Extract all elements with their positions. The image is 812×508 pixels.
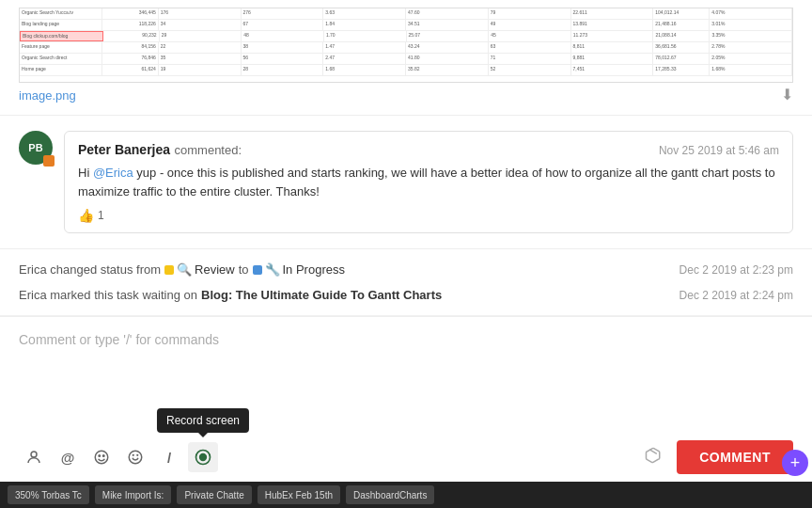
slash-icon[interactable]: / xyxy=(154,442,184,472)
svg-point-0 xyxy=(31,452,37,457)
smiley-icon[interactable] xyxy=(120,442,150,472)
comment-input-area[interactable]: Comment or type '/' for commands @ xyxy=(0,316,812,482)
svg-point-1 xyxy=(95,451,108,464)
comment-button[interactable]: COMMENT xyxy=(677,440,793,474)
record-tooltip: Record screen xyxy=(157,408,249,433)
activity-timestamp-1: Dec 2 2019 at 2:23 pm xyxy=(679,263,793,277)
main-container: Organic Search Yucca.tv 346,445 176276 3… xyxy=(0,0,812,508)
like-count: 1 xyxy=(98,209,104,222)
comment-text: Hi @Erica yup - once this is published a… xyxy=(78,164,779,200)
avatar: PB xyxy=(19,131,53,165)
image-section: Organic Search Yucca.tv 346,445 176276 3… xyxy=(0,0,812,116)
task-link[interactable]: Blog: The Ultimate Guide To Gantt Charts xyxy=(201,288,442,302)
status-blue-dot xyxy=(253,265,262,275)
attachment-icon[interactable] xyxy=(645,447,662,468)
comment-toolbar: @ / xyxy=(19,435,793,474)
review-badge: 🔍 Review xyxy=(164,262,235,277)
taskbar: 350% Torbas Tc Mike Import Is: Private C… xyxy=(0,482,812,508)
comment-section: PB Peter Banerjea commented: Nov 25 2019… xyxy=(0,116,812,249)
record-screen-icon[interactable]: Record screen xyxy=(188,442,218,472)
mention: @Erica xyxy=(93,166,133,180)
svg-point-2 xyxy=(99,455,101,457)
image-filename[interactable]: image.png xyxy=(19,88,76,103)
comment-bubble: Peter Banerjea commented: Nov 25 2019 at… xyxy=(64,131,793,233)
activity-item-2: Erica marked this task waiting on Blog: … xyxy=(19,282,793,308)
emoji-icon[interactable] xyxy=(86,442,117,472)
in-progress-badge: 🔧 In Progress xyxy=(253,262,345,277)
activity-timestamp-2: Dec 2 2019 at 2:24 pm xyxy=(679,289,793,302)
comment-timestamp: Nov 25 2019 at 5:46 am xyxy=(659,144,779,157)
fab-button[interactable]: + xyxy=(782,450,808,476)
comment-placeholder[interactable]: Comment or type '/' for commands xyxy=(19,326,793,355)
taskbar-item-1[interactable]: 350% Torbas Tc xyxy=(8,485,89,504)
activity-left-2: Erica marked this task waiting on Blog: … xyxy=(19,288,442,302)
taskbar-item-5[interactable]: DashboardCharts xyxy=(346,485,434,504)
at-icon[interactable]: @ xyxy=(53,442,83,472)
activity-left: Erica changed status from 🔍 Review to 🔧 … xyxy=(19,262,345,277)
download-icon[interactable]: ⬇ xyxy=(781,86,793,103)
comment-author: Peter Banerjea xyxy=(78,142,170,157)
comment-action: commented: xyxy=(175,143,242,157)
taskbar-item-4[interactable]: HubEx Feb 15th xyxy=(258,485,340,504)
activity-item: Erica changed status from 🔍 Review to 🔧 … xyxy=(19,257,793,282)
like-section: 👍 1 xyxy=(78,208,779,223)
svg-point-4 xyxy=(129,451,142,464)
person-icon[interactable] xyxy=(19,442,49,472)
comment-author-line: Peter Banerjea commented: xyxy=(78,141,242,158)
activity-section: Erica changed status from 🔍 Review to 🔧 … xyxy=(0,249,812,316)
svg-point-8 xyxy=(200,454,207,461)
toolbar-right: COMMENT xyxy=(645,440,793,474)
like-icon[interactable]: 👍 xyxy=(78,208,94,223)
toolbar-icons: @ / xyxy=(19,442,218,472)
spreadsheet-preview: Organic Search Yucca.tv 346,445 176276 3… xyxy=(19,8,793,83)
taskbar-item-3[interactable]: Private Chatte xyxy=(177,485,251,504)
svg-point-3 xyxy=(103,455,105,457)
comment-header: Peter Banerjea commented: Nov 25 2019 at… xyxy=(78,141,779,158)
taskbar-item-2[interactable]: Mike Import Is: xyxy=(95,485,172,504)
status-yellow-dot xyxy=(164,265,174,275)
avatar-badge xyxy=(43,155,55,167)
